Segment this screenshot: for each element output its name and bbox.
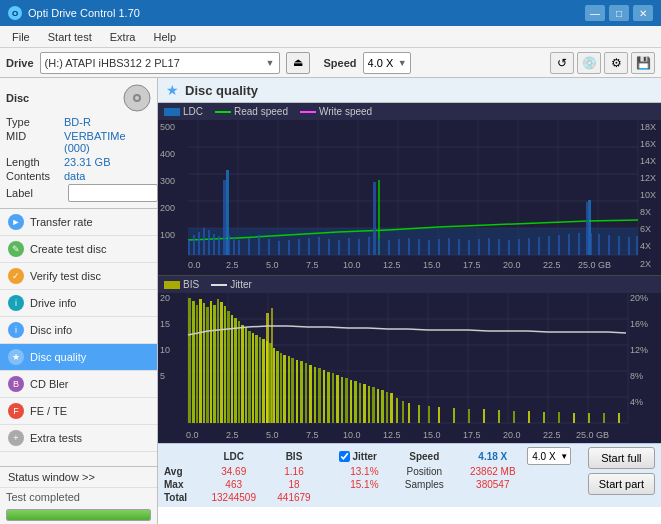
- top-chart-svg: 500 400 300 200 100 18X 16X 14X 12X 10X …: [158, 120, 657, 275]
- disc-length-label: Length: [6, 156, 64, 168]
- svg-rect-46: [223, 180, 226, 255]
- stats-speed-select[interactable]: 4.0 X: [527, 447, 571, 465]
- sidebar-item-verify-test-disc[interactable]: ✓ Verify test disc: [0, 263, 157, 290]
- avg-ldc: 34.69: [200, 465, 267, 478]
- create-test-label: Create test disc: [30, 243, 106, 255]
- svg-rect-188: [453, 408, 455, 423]
- svg-rect-169: [336, 375, 339, 423]
- sidebar-item-disc-info[interactable]: i Disc info: [0, 317, 157, 344]
- top-chart-container: LDC Read speed Write speed: [158, 103, 661, 276]
- create-test-icon: ✎: [8, 241, 24, 257]
- svg-rect-190: [483, 409, 485, 423]
- jitter-col-header: Jitter: [335, 447, 395, 465]
- sidebar-item-cd-bler[interactable]: B CD Bler: [0, 371, 157, 398]
- menu-extra[interactable]: Extra: [102, 29, 144, 45]
- svg-rect-79: [528, 238, 530, 255]
- speed-select[interactable]: 4.0 X 2.0 X 1.0 X: [363, 52, 411, 74]
- disc-mid-label: MID: [6, 130, 64, 142]
- svg-rect-60: [348, 238, 350, 255]
- svg-rect-49: [238, 240, 240, 255]
- svg-rect-42: [203, 228, 205, 255]
- status-text: Test completed: [0, 488, 157, 506]
- sidebar-item-transfer-rate[interactable]: ► Transfer rate: [0, 209, 157, 236]
- sidebar-item-create-test-disc[interactable]: ✎ Create test disc: [0, 236, 157, 263]
- svg-rect-76: [498, 239, 500, 255]
- refresh-icon[interactable]: ↺: [550, 52, 574, 74]
- start-part-button[interactable]: Start part: [588, 473, 655, 495]
- maximize-button[interactable]: □: [609, 5, 629, 21]
- svg-rect-167: [327, 372, 330, 423]
- disc-icon[interactable]: 💿: [577, 52, 601, 74]
- svg-text:500: 500: [160, 122, 175, 132]
- bottom-chart-svg: 20 15 10 5 20% 16% 12% 8% 4%: [158, 293, 657, 443]
- start-full-button[interactable]: Start full: [588, 447, 655, 469]
- menu-start-test[interactable]: Start test: [40, 29, 100, 45]
- drive-dropdown-icon: ▼: [266, 58, 275, 68]
- svg-rect-138: [217, 299, 219, 423]
- svg-rect-200: [266, 313, 269, 423]
- svg-rect-69: [428, 240, 430, 255]
- svg-text:6X: 6X: [640, 224, 651, 234]
- svg-rect-135: [206, 307, 209, 423]
- svg-text:16%: 16%: [630, 319, 648, 329]
- titlebar-left: O Opti Drive Control 1.70: [8, 6, 140, 20]
- svg-rect-51: [258, 235, 260, 255]
- svg-rect-168: [332, 373, 334, 423]
- svg-rect-189: [468, 409, 470, 423]
- samples-label: Samples: [394, 478, 454, 491]
- svg-text:17.5: 17.5: [463, 260, 481, 270]
- eject-button[interactable]: ⏏: [286, 52, 310, 74]
- svg-rect-173: [354, 381, 357, 423]
- minimize-button[interactable]: —: [585, 5, 605, 21]
- svg-rect-195: [558, 412, 560, 423]
- svg-text:25.0 GB: 25.0 GB: [578, 260, 611, 270]
- svg-rect-70: [438, 239, 440, 255]
- svg-rect-148: [252, 333, 254, 423]
- disc-label-input[interactable]: [68, 184, 158, 202]
- menu-file[interactable]: File: [4, 29, 38, 45]
- sidebar-item-disc-quality[interactable]: ★ Disc quality: [0, 344, 157, 371]
- svg-rect-177: [372, 387, 375, 423]
- transfer-rate-label: Transfer rate: [30, 216, 93, 228]
- bis-color: [164, 281, 180, 289]
- save-icon[interactable]: 💾: [631, 52, 655, 74]
- stats-table-container: LDC BIS Jitter Speed 4.18 X: [164, 447, 584, 504]
- sidebar-item-drive-info[interactable]: i Drive info: [0, 290, 157, 317]
- svg-rect-72: [458, 239, 460, 255]
- legend-jitter: Jitter: [211, 279, 252, 290]
- svg-rect-181: [390, 393, 393, 423]
- svg-text:300: 300: [160, 176, 175, 186]
- drive-value: (H:) ATAPI iHBS312 2 PL17: [45, 57, 266, 69]
- max-ldc: 463: [200, 478, 267, 491]
- svg-text:15.0: 15.0: [423, 260, 441, 270]
- svg-rect-50: [248, 238, 250, 255]
- svg-rect-62: [368, 237, 370, 255]
- sidebar-item-fe-te[interactable]: F FE / TE: [0, 398, 157, 425]
- svg-rect-54: [288, 240, 290, 255]
- svg-rect-156: [280, 353, 282, 423]
- menu-help[interactable]: Help: [145, 29, 184, 45]
- speed-col-header: Speed: [394, 447, 454, 465]
- svg-text:10.0: 10.0: [343, 260, 361, 270]
- svg-rect-68: [418, 239, 420, 255]
- svg-rect-157: [283, 355, 286, 423]
- svg-text:10: 10: [160, 345, 170, 355]
- svg-rect-82: [558, 235, 560, 255]
- close-button[interactable]: ✕: [633, 5, 653, 21]
- jitter-checkbox[interactable]: [339, 451, 350, 462]
- disc-quality-icon: ★: [8, 349, 24, 365]
- svg-rect-65: [388, 240, 390, 255]
- speed-label: Speed: [324, 57, 357, 69]
- drive-selector[interactable]: (H:) ATAPI iHBS312 2 PL17 ▼: [40, 52, 280, 74]
- bis-col-header: BIS: [267, 447, 320, 465]
- svg-rect-63: [373, 182, 376, 255]
- status-window-button[interactable]: Status window >>: [0, 467, 157, 488]
- settings-icon[interactable]: ⚙: [604, 52, 628, 74]
- svg-text:2.5: 2.5: [226, 430, 239, 440]
- svg-text:12X: 12X: [640, 173, 656, 183]
- disc-section: Disc Type BD-R MID VERBATIMe (000) Lengt…: [0, 78, 157, 209]
- svg-text:15: 15: [160, 319, 170, 329]
- svg-rect-84: [578, 233, 580, 255]
- sidebar-item-extra-tests[interactable]: + Extra tests: [0, 425, 157, 452]
- svg-rect-136: [210, 301, 212, 423]
